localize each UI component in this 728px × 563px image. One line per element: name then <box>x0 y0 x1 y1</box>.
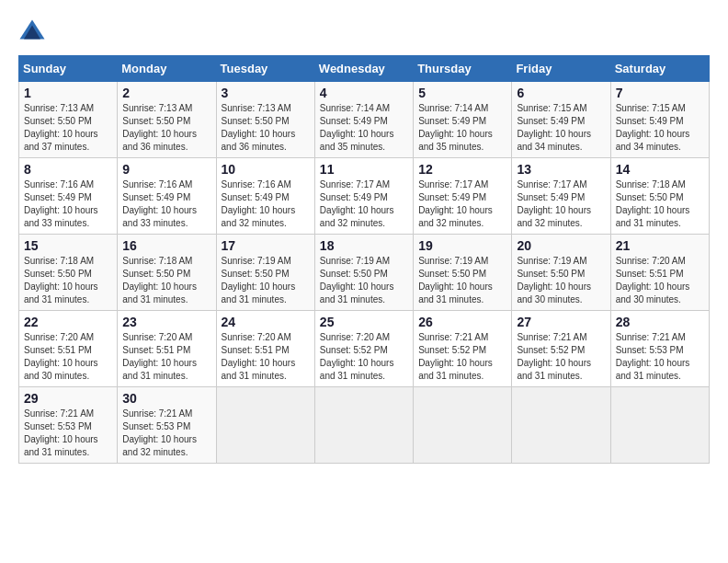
calendar-cell: 10Sunrise: 7:16 AM Sunset: 5:49 PM Dayli… <box>216 158 314 235</box>
day-info: Sunrise: 7:19 AM Sunset: 5:50 PM Dayligh… <box>320 255 408 306</box>
calendar-cell: 12Sunrise: 7:17 AM Sunset: 5:49 PM Dayli… <box>414 158 512 235</box>
day-number: 30 <box>122 391 210 406</box>
calendar-cell <box>414 387 512 464</box>
day-info: Sunrise: 7:21 AM Sunset: 5:53 PM Dayligh… <box>616 331 704 383</box>
day-info: Sunrise: 7:20 AM Sunset: 5:52 PM Dayligh… <box>320 331 408 383</box>
calendar-cell: 8Sunrise: 7:16 AM Sunset: 5:49 PM Daylig… <box>19 158 118 235</box>
weekday-header: Sunday <box>19 56 118 82</box>
day-info: Sunrise: 7:17 AM Sunset: 5:49 PM Dayligh… <box>517 178 605 230</box>
day-info: Sunrise: 7:21 AM Sunset: 5:52 PM Dayligh… <box>517 331 605 383</box>
day-number: 8 <box>24 162 112 177</box>
day-number: 27 <box>517 315 605 329</box>
day-number: 17 <box>222 238 310 253</box>
day-number: 5 <box>418 86 506 100</box>
calendar-cell <box>314 387 413 464</box>
calendar-cell: 15Sunrise: 7:18 AM Sunset: 5:50 PM Dayli… <box>19 235 118 311</box>
page-header <box>18 18 710 46</box>
calendar-cell: 22Sunrise: 7:20 AM Sunset: 5:51 PM Dayli… <box>19 311 118 387</box>
day-info: Sunrise: 7:15 AM Sunset: 5:49 PM Dayligh… <box>616 102 704 154</box>
calendar-cell: 23Sunrise: 7:20 AM Sunset: 5:51 PM Dayli… <box>118 311 216 387</box>
calendar-cell: 20Sunrise: 7:19 AM Sunset: 5:50 PM Dayli… <box>512 235 610 311</box>
weekday-header: Monday <box>118 56 216 82</box>
calendar-cell: 13Sunrise: 7:17 AM Sunset: 5:49 PM Dayli… <box>512 158 610 235</box>
calendar-week-row: 29Sunrise: 7:21 AM Sunset: 5:53 PM Dayli… <box>19 387 710 464</box>
day-number: 29 <box>24 391 112 406</box>
calendar-week-row: 15Sunrise: 7:18 AM Sunset: 5:50 PM Dayli… <box>19 235 710 311</box>
calendar-cell: 26Sunrise: 7:21 AM Sunset: 5:52 PM Dayli… <box>414 311 512 387</box>
day-number: 19 <box>418 238 506 253</box>
logo-icon <box>18 18 46 46</box>
day-info: Sunrise: 7:14 AM Sunset: 5:49 PM Dayligh… <box>418 102 506 154</box>
calendar-cell: 16Sunrise: 7:18 AM Sunset: 5:50 PM Dayli… <box>118 235 216 311</box>
weekday-header: Friday <box>512 56 610 82</box>
day-number: 21 <box>616 238 704 253</box>
day-info: Sunrise: 7:18 AM Sunset: 5:50 PM Dayligh… <box>122 255 210 306</box>
day-info: Sunrise: 7:14 AM Sunset: 5:49 PM Dayligh… <box>320 102 408 154</box>
calendar-table: SundayMondayTuesdayWednesdayThursdayFrid… <box>18 55 710 464</box>
day-info: Sunrise: 7:16 AM Sunset: 5:49 PM Dayligh… <box>122 178 210 230</box>
calendar-cell: 6Sunrise: 7:15 AM Sunset: 5:49 PM Daylig… <box>512 82 610 158</box>
day-info: Sunrise: 7:17 AM Sunset: 5:49 PM Dayligh… <box>418 178 506 230</box>
calendar-cell <box>512 387 610 464</box>
day-info: Sunrise: 7:20 AM Sunset: 5:51 PM Dayligh… <box>616 255 704 306</box>
weekday-header: Thursday <box>414 56 512 82</box>
day-number: 26 <box>418 315 506 329</box>
day-number: 11 <box>320 162 408 177</box>
calendar-cell <box>216 387 314 464</box>
calendar-cell: 25Sunrise: 7:20 AM Sunset: 5:52 PM Dayli… <box>314 311 413 387</box>
day-info: Sunrise: 7:16 AM Sunset: 5:49 PM Dayligh… <box>24 178 112 230</box>
day-number: 18 <box>320 238 408 253</box>
day-number: 15 <box>24 238 112 253</box>
calendar-cell: 27Sunrise: 7:21 AM Sunset: 5:52 PM Dayli… <box>512 311 610 387</box>
day-number: 6 <box>517 86 605 100</box>
calendar-cell: 2Sunrise: 7:13 AM Sunset: 5:50 PM Daylig… <box>118 82 216 158</box>
day-number: 2 <box>122 86 210 100</box>
calendar-cell: 30Sunrise: 7:21 AM Sunset: 5:53 PM Dayli… <box>118 387 216 464</box>
day-number: 9 <box>122 162 210 177</box>
calendar-cell: 14Sunrise: 7:18 AM Sunset: 5:50 PM Dayli… <box>610 158 709 235</box>
calendar-cell: 7Sunrise: 7:15 AM Sunset: 5:49 PM Daylig… <box>610 82 709 158</box>
day-number: 1 <box>24 86 112 100</box>
calendar-cell: 5Sunrise: 7:14 AM Sunset: 5:49 PM Daylig… <box>414 82 512 158</box>
day-info: Sunrise: 7:20 AM Sunset: 5:51 PM Dayligh… <box>122 331 210 383</box>
day-number: 24 <box>222 315 310 329</box>
calendar-cell: 19Sunrise: 7:19 AM Sunset: 5:50 PM Dayli… <box>414 235 512 311</box>
day-info: Sunrise: 7:13 AM Sunset: 5:50 PM Dayligh… <box>24 102 112 154</box>
calendar-week-row: 1Sunrise: 7:13 AM Sunset: 5:50 PM Daylig… <box>19 82 710 158</box>
calendar-cell: 4Sunrise: 7:14 AM Sunset: 5:49 PM Daylig… <box>314 82 413 158</box>
day-number: 25 <box>320 315 408 329</box>
weekday-header: Tuesday <box>216 56 314 82</box>
day-number: 12 <box>418 162 506 177</box>
day-info: Sunrise: 7:21 AM Sunset: 5:52 PM Dayligh… <box>418 331 506 383</box>
day-info: Sunrise: 7:15 AM Sunset: 5:49 PM Dayligh… <box>517 102 605 154</box>
calendar-cell: 9Sunrise: 7:16 AM Sunset: 5:49 PM Daylig… <box>118 158 216 235</box>
day-info: Sunrise: 7:21 AM Sunset: 5:53 PM Dayligh… <box>122 408 210 459</box>
calendar-cell: 21Sunrise: 7:20 AM Sunset: 5:51 PM Dayli… <box>610 235 709 311</box>
day-number: 3 <box>222 86 310 100</box>
day-number: 14 <box>616 162 704 177</box>
calendar-cell: 24Sunrise: 7:20 AM Sunset: 5:51 PM Dayli… <box>216 311 314 387</box>
weekday-header: Saturday <box>610 56 709 82</box>
weekday-header: Wednesday <box>314 56 413 82</box>
logo <box>18 18 48 46</box>
day-number: 7 <box>616 86 704 100</box>
day-number: 22 <box>24 315 112 329</box>
day-info: Sunrise: 7:19 AM Sunset: 5:50 PM Dayligh… <box>517 255 605 306</box>
day-info: Sunrise: 7:16 AM Sunset: 5:49 PM Dayligh… <box>222 178 310 230</box>
calendar-week-row: 22Sunrise: 7:20 AM Sunset: 5:51 PM Dayli… <box>19 311 710 387</box>
day-info: Sunrise: 7:19 AM Sunset: 5:50 PM Dayligh… <box>222 255 310 306</box>
day-number: 28 <box>616 315 704 329</box>
day-number: 23 <box>122 315 210 329</box>
calendar-cell: 28Sunrise: 7:21 AM Sunset: 5:53 PM Dayli… <box>610 311 709 387</box>
calendar-cell: 18Sunrise: 7:19 AM Sunset: 5:50 PM Dayli… <box>314 235 413 311</box>
day-info: Sunrise: 7:18 AM Sunset: 5:50 PM Dayligh… <box>24 255 112 306</box>
day-info: Sunrise: 7:20 AM Sunset: 5:51 PM Dayligh… <box>24 331 112 383</box>
calendar-cell: 29Sunrise: 7:21 AM Sunset: 5:53 PM Dayli… <box>19 387 118 464</box>
day-number: 16 <box>122 238 210 253</box>
day-info: Sunrise: 7:20 AM Sunset: 5:51 PM Dayligh… <box>222 331 310 383</box>
calendar-cell <box>610 387 709 464</box>
calendar-cell: 1Sunrise: 7:13 AM Sunset: 5:50 PM Daylig… <box>19 82 118 158</box>
calendar-cell: 11Sunrise: 7:17 AM Sunset: 5:49 PM Dayli… <box>314 158 413 235</box>
day-info: Sunrise: 7:13 AM Sunset: 5:50 PM Dayligh… <box>222 102 310 154</box>
weekday-header-row: SundayMondayTuesdayWednesdayThursdayFrid… <box>19 56 710 82</box>
